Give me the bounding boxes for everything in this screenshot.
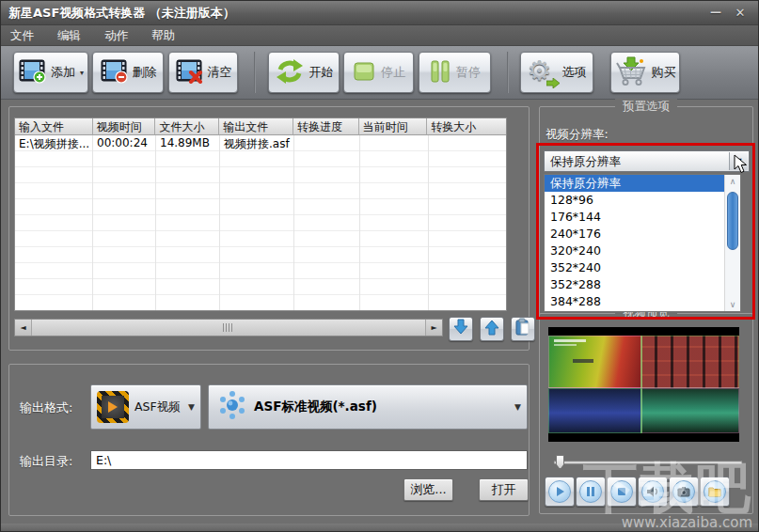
dropdown-option[interactable]: 352*288 [545,276,725,293]
speaker-icon [641,480,664,503]
minimize-button[interactable]: — [705,6,726,21]
delete-button-label: 删除 [133,64,157,81]
table-row[interactable]: E:\视频拼接... 00:00:24 14.89MB 视频拼接.asf [15,135,508,151]
paste-button[interactable] [511,317,535,341]
cell-progress [294,135,360,151]
chevron-up-icon[interactable]: ∧ [725,177,740,186]
options-button-label: 选项 [562,64,587,81]
window-bottom-frame [1,524,758,531]
slider-thumb[interactable] [556,455,564,469]
film-clear-icon [175,59,203,86]
arrow-down-icon [451,318,470,340]
cell-input-file: E:\视频拼接... [15,135,93,151]
output-dir-label: 输出目录: [20,453,72,470]
cart-icon [615,56,647,89]
profile-dropdown[interactable]: ASF标准视频(*.asf) ▼ [208,384,528,430]
open-button[interactable]: 打开 [479,478,529,501]
film-add-icon [18,59,46,86]
browse-button[interactable]: 浏览... [403,478,453,501]
close-button[interactable]: ✕ [730,6,751,21]
molecule-icon [216,389,248,425]
file-table[interactable]: 输入文件 视频时间 文件大小 输出文件 转换进度 当前时间 转换大小 E:\视频… [14,117,507,311]
scroll-right-icon[interactable]: ► [426,320,442,336]
stop-button-label: 停止 [381,64,405,81]
pause-button[interactable]: 暂停 [419,52,491,93]
scrollbar-track[interactable] [31,320,426,336]
camera-icon [672,480,695,503]
dropdown-option[interactable]: 240*176 [545,226,725,243]
resolution-combobox[interactable]: 保持原分辨率 ▼ [544,150,750,172]
format-dropdown[interactable]: ASF视频 ▼ [90,384,201,430]
column-header-converted-size[interactable]: 转换大小 [427,118,506,135]
open-folder-button[interactable] [700,477,730,507]
scrollbar-grip[interactable] [223,323,234,332]
combobox-arrow-button[interactable]: ▼ [729,152,748,170]
title-bar: 新星ASF视频格式转换器 （未注册版本） — ✕ [1,1,758,25]
buy-button[interactable]: 购买 [610,52,680,93]
clear-button[interactable]: 清空 [168,52,238,93]
column-header-current-time[interactable]: 当前时间 [359,118,428,135]
asf-format-icon [97,391,129,423]
dropdown-option[interactable]: 176*144 [545,209,725,226]
menu-item-help[interactable]: 帮助 [142,25,184,46]
preview-quadrant-bar-green [641,388,739,433]
menu-item-edit[interactable]: 编辑 [48,25,90,46]
move-down-button[interactable] [449,317,473,341]
pause-icon [429,59,451,86]
dropdown-option[interactable]: 352*240 [545,259,725,276]
stop-button[interactable]: 停止 [343,52,414,93]
chevron-down-icon[interactable]: ∨ [725,300,740,309]
column-header-file-size[interactable]: 文件大小 [155,118,219,135]
window-title: 新星ASF视频格式转换器 （未注册版本） [8,1,235,25]
file-table-header: 输入文件 视频时间 文件大小 输出文件 转换进度 当前时间 转换大小 [15,118,506,135]
cell-converted-size [429,135,508,151]
stop-playback-button[interactable] [607,477,637,507]
column-header-progress[interactable]: 转换进度 [293,118,359,135]
pause-circle-icon [579,480,602,503]
slider-track[interactable] [554,461,742,463]
gear-icon: ⚙ [528,57,558,87]
scroll-left-icon[interactable]: ◄ [15,320,31,336]
stop-circle-icon [610,480,633,503]
chevron-down-icon: ▼ [188,402,195,412]
options-button[interactable]: ⚙ 选项 [520,52,593,93]
horizontal-scrollbar[interactable]: ◄ ► [14,319,443,336]
dropdown-scrollbar-thumb[interactable] [727,192,738,250]
chevron-down-icon: ▼ [735,157,741,165]
folder-icon [704,480,726,503]
clear-button-label: 清空 [208,64,232,81]
dropdown-option[interactable]: 320*240 [545,243,725,259]
snapshot-button[interactable] [669,477,699,507]
preview-quadrant-keys [641,336,739,388]
table-column-grid [15,135,508,310]
resolution-dropdown-list[interactable]: 保持原分辨率 128*96 176*144 240*176 320*240 35… [544,174,741,312]
output-dir-input[interactable] [90,450,528,470]
cell-file-size: 14.89MB [156,135,220,151]
move-up-button[interactable] [480,317,504,341]
dropdown-option[interactable]: 384*288 [545,293,725,310]
dropdown-option[interactable]: 128*96 [545,192,725,209]
app-window: 新星ASF视频格式转换器 （未注册版本） — ✕ 文件 编辑 动作 帮助 添加 … [0,0,759,532]
pause-playback-button[interactable] [576,477,606,507]
cell-current-time [360,135,429,151]
delete-button[interactable]: 删除 [92,52,164,93]
play-button[interactable] [545,477,575,507]
start-button[interactable]: 开始 [268,52,340,93]
preset-group-title: 预置选项 [615,99,677,115]
seek-slider[interactable] [554,455,742,469]
add-button[interactable]: 添加 ▾ [13,52,88,93]
column-header-duration[interactable]: 视频时间 [93,118,156,135]
menu-item-file[interactable]: 文件 [1,25,43,46]
file-table-body: E:\视频拼接... 00:00:24 14.89MB 视频拼接.asf [15,135,506,310]
menu-item-action[interactable]: 动作 [95,25,137,46]
video-preview [548,327,739,442]
format-value: ASF视频 [134,399,181,415]
dropdown-scrollbar[interactable]: ∧ ∨ [724,175,740,311]
cell-output-file: 视频拼接.asf [220,135,294,151]
column-header-input-file[interactable]: 输入文件 [15,118,93,135]
pause-button-label: 暂停 [456,64,481,81]
column-header-output-file[interactable]: 输出文件 [219,118,293,135]
film-delete-icon [100,59,128,86]
mute-button[interactable] [638,477,668,507]
dropdown-option[interactable]: 保持原分辨率 [545,175,725,192]
